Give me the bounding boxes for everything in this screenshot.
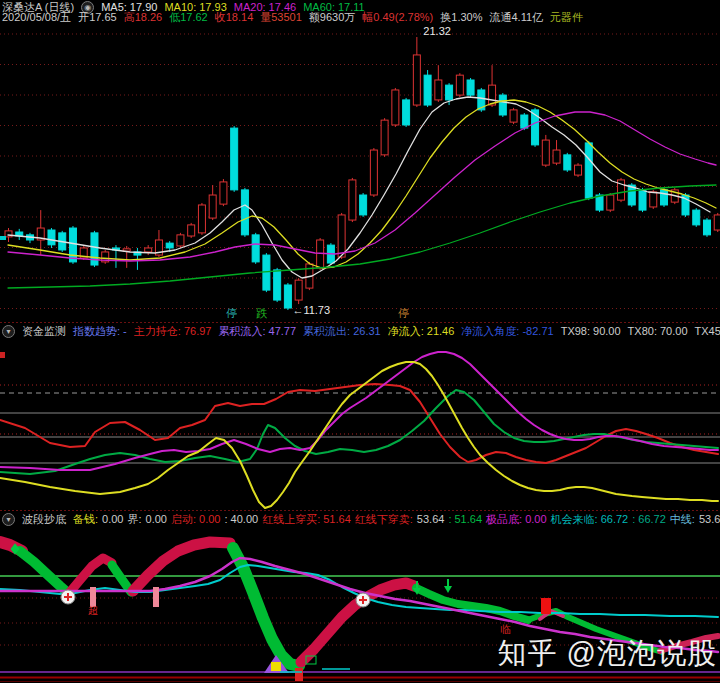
svg-text:超: 超 [88,605,98,616]
svg-text:跌: 跌 [256,307,268,319]
watermark: 知乎 @泡泡说股 [498,634,718,674]
indicator-token: 净流入: 21.46 [388,326,455,337]
indicator-token: : 40.00 [225,514,259,525]
stock-app-window: 超临21.32←11.73停跌停 深桑达A (日线) ◉ MA5: 17.90M… [0,0,720,683]
indicator-token: 低17.62 [169,12,208,23]
svg-text:停: 停 [226,307,237,319]
wave-indicator-values: 备钱:0.00界:0.00启动: 0.00: 40.00红线上穿买: 51.64… [73,514,720,525]
svg-text:←11.73: ←11.73 [292,304,330,316]
indicator-token: 累积流出: 26.31 [303,326,381,337]
indicator-token: 量53501 [260,12,302,23]
indicator-token: 0.00 [146,514,167,525]
indicator-token: 0.00 [102,514,123,525]
fund-panel-title: 资金监测 [22,326,66,337]
collapse-icon[interactable]: ▾ [2,325,15,338]
quote-row: 2020/05/08/五开17.65高18.26低17.62收18.14量535… [2,12,720,23]
indicator-token: 指数趋势: - [73,326,127,337]
indicator-token: 元器件 [550,12,583,23]
indicator-token: 2020/05/08/五 [2,12,71,23]
indicator-token: 启动: 0.00 [171,514,221,525]
wave-panel-header: ▾ 波段抄底 备钱:0.00界:0.00启动: 0.00: 40.00红线上穿买… [2,513,720,526]
quote-values: 2020/05/08/五开17.65高18.26低17.62收18.14量535… [2,12,583,23]
indicator-token: 换1.30% [440,12,482,23]
indicator-token: 主力持仓: 76.97 [134,326,212,337]
svg-text:21.32: 21.32 [423,25,451,37]
fund-panel-header: ▾ 资金监测 指数趋势: -主力持仓: 76.97累积流入: 47.77累积流出… [2,325,720,338]
candlestick-series [5,37,720,310]
indicator-token: : 51.64 [448,514,482,525]
candlestick-gridlines [0,34,720,309]
svg-text:停: 停 [398,307,409,319]
indicator-token: 红线上穿买: 51.64 [262,514,351,525]
indicator-token: 红线下穿卖: [355,514,413,525]
indicator-token: 幅0.49(2.78%) [362,12,433,23]
indicator-token: 收18.14 [215,12,254,23]
indicator-token: 开17.65 [78,12,117,23]
fund-panel-lines [0,352,718,508]
indicator-token: TX80: 70.00 [628,326,688,337]
indicator-token: 极品底: 0.00 [486,514,547,525]
wave-panel-title: 波段抄底 [22,514,66,525]
indicator-token: : 66.72 [632,514,666,525]
fund-indicator-values: 指数趋势: -主力持仓: 76.97累积流入: 47.77累积流出: 26.31… [73,326,720,337]
panel-separators [0,323,720,682]
indicator-token: 备钱: [73,514,98,525]
indicator-token: TX45: 45.00 [695,326,720,337]
indicator-token: 额9630万 [309,12,355,23]
indicator-token: TX98: 90.00 [561,326,621,337]
indicator-token: 机会来临: 66.72 [551,514,629,525]
indicator-token: 高18.26 [124,12,163,23]
indicator-token: 净流入角度: -82.71 [461,326,553,337]
indicator-token: 界: [127,514,141,525]
indicator-token: 53.64 [417,514,445,525]
indicator-token: 53.67 [699,514,720,525]
indicator-token: 流通4.11亿 [489,12,543,23]
chart-canvas[interactable]: 超临21.32←11.73停跌停 [0,0,720,683]
ma-lines [8,97,716,288]
collapse-icon[interactable]: ▾ [2,513,15,526]
indicator-token: 中线: [670,514,695,525]
indicator-token: 累积流入: 47.77 [218,326,296,337]
